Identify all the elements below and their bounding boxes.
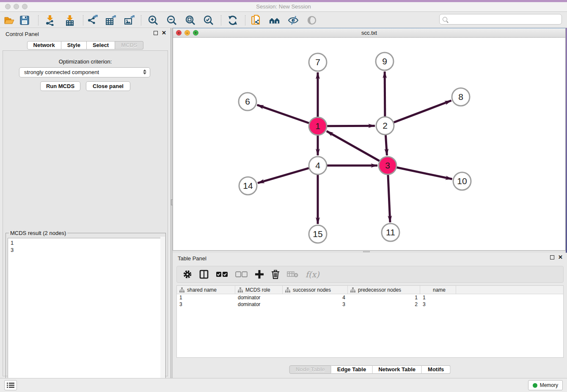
table-row[interactable]: 1 dominator 4 1 1 (177, 294, 563, 301)
select-all-icon[interactable] (216, 271, 228, 278)
import-table-icon[interactable] (64, 14, 76, 26)
bird-eye-icon[interactable] (306, 14, 318, 26)
graph-node-8[interactable]: 8 (452, 88, 470, 106)
mcds-result-text[interactable]: 1 3 (8, 238, 164, 387)
show-hide-icon[interactable] (287, 14, 299, 26)
graph-edge-1-6[interactable] (257, 105, 309, 123)
tab-network[interactable]: Network (27, 41, 61, 50)
search-input[interactable] (439, 14, 562, 25)
tab-network-table[interactable]: Network Table (372, 365, 422, 374)
close-panel-button[interactable]: Close panel (86, 81, 130, 91)
graph-node-9[interactable]: 9 (376, 52, 394, 70)
splitter-grip[interactable] (363, 251, 370, 252)
function-builder-icon[interactable]: f(x) (306, 270, 319, 279)
tab-motifs[interactable]: Motifs (422, 365, 450, 374)
network-close-button[interactable]: × (176, 30, 182, 36)
open-session-icon[interactable] (3, 14, 15, 26)
export-table-icon[interactable] (105, 14, 116, 26)
graph-node-label: 6 (245, 97, 250, 106)
graph-edge-3-1[interactable] (327, 131, 380, 161)
tab-node-table[interactable]: Node Table (289, 365, 331, 374)
import-network-icon[interactable] (44, 14, 56, 26)
float-panel-icon[interactable] (550, 255, 554, 259)
control-panel-tabs: Network Style Select MCDS (27, 41, 144, 50)
graph-node-label: 10 (457, 176, 467, 186)
optimization-criterion-select[interactable]: strongly connected component (19, 67, 150, 77)
close-panel-icon[interactable]: ✕ (162, 31, 166, 35)
delete-column-icon[interactable] (287, 271, 299, 278)
graph-node-6[interactable]: 6 (239, 93, 256, 110)
graph-node-label: 14 (243, 181, 253, 190)
graph-edge-2-3[interactable] (385, 135, 387, 155)
window-zoom-button[interactable] (22, 4, 28, 9)
export-image-icon[interactable] (123, 14, 135, 26)
mcds-result-title: MCDS result (2 nodes) (9, 230, 67, 236)
graph-edge-4-14[interactable] (258, 168, 309, 183)
graph-node-10[interactable]: 10 (453, 172, 471, 190)
mcds-result-scrollbar[interactable] (160, 237, 165, 385)
table-options-gear-icon[interactable] (183, 270, 192, 279)
close-panel-icon[interactable]: ✕ (558, 255, 563, 259)
tab-edge-table[interactable]: Edge Table (331, 365, 372, 374)
window-minimize-button[interactable] (14, 4, 19, 9)
graph-edge-3-10[interactable] (397, 168, 452, 179)
select-stepper-icon (143, 69, 146, 75)
graph-node-11[interactable]: 11 (382, 224, 399, 241)
graph-node-label: 9 (382, 56, 387, 66)
zoom-fit-icon[interactable] (184, 14, 196, 26)
window-close-button[interactable] (5, 4, 11, 9)
table-panel: Table Panel ✕ f(x) shar (173, 253, 567, 378)
graph-node-14[interactable]: 14 (239, 177, 257, 195)
graph-edge-2-8[interactable] (394, 101, 451, 123)
search-field[interactable] (447, 16, 561, 22)
tab-mcds[interactable]: MCDS (115, 41, 143, 50)
graph-node-label: 2 (383, 121, 388, 130)
task-history-button[interactable] (4, 380, 17, 390)
network-minimize-button[interactable]: − (184, 30, 190, 36)
graph-node-15[interactable]: 15 (309, 225, 327, 243)
first-neighbors-icon[interactable] (269, 14, 281, 26)
apply-layout-icon[interactable] (227, 14, 239, 26)
unselect-all-icon[interactable] (235, 271, 248, 278)
zoom-selected-icon[interactable] (203, 14, 215, 26)
graph-edge-3-11[interactable] (388, 175, 390, 222)
network-maximize-button[interactable]: + (193, 30, 198, 36)
memory-button[interactable]: Memory (528, 380, 563, 390)
graph-node-label: 11 (386, 227, 395, 237)
mcds-panel: Optimization criterion: strongly connect… (3, 50, 168, 376)
column-header-name[interactable]: name (420, 286, 456, 294)
column-type-icon (179, 287, 184, 293)
control-panel-title: Control Panel (6, 31, 39, 37)
export-network-icon[interactable] (86, 14, 98, 26)
save-session-icon[interactable] (19, 14, 30, 26)
graph-node-4[interactable]: 4 (309, 157, 327, 174)
control-panel: Control Panel ✕ Network Style Select MCD… (0, 28, 171, 378)
tab-style[interactable]: Style (61, 41, 87, 50)
delete-table-icon[interactable] (271, 270, 280, 279)
network-window-titlebar[interactable]: × − + scc.txt (173, 28, 565, 38)
graph-edge-2-9[interactable] (385, 72, 385, 116)
tab-select[interactable]: Select (87, 41, 115, 50)
graph-edge-1-2[interactable] (327, 126, 375, 126)
run-mcds-button[interactable]: Run MCDS (40, 81, 80, 91)
clone-network-icon[interactable] (250, 14, 262, 26)
column-header-successor-nodes[interactable]: successor nodes (283, 286, 348, 294)
add-column-icon[interactable] (255, 270, 264, 279)
graph-node-3[interactable]: 3 (379, 157, 396, 174)
table-panel-title: Table Panel (178, 255, 206, 262)
table-row[interactable]: 3 dominator 3 2 3 (177, 301, 563, 308)
graph-node-7[interactable]: 7 (309, 53, 327, 71)
float-panel-icon[interactable] (154, 31, 158, 35)
network-canvas[interactable]: 1234678910111415 (173, 38, 565, 250)
column-type-icon (350, 287, 355, 293)
column-visibility-icon[interactable] (199, 269, 209, 279)
graph-node-label: 4 (315, 160, 320, 170)
column-header-mcds-role[interactable]: MCDS role (235, 286, 283, 294)
column-header-predecessor-nodes[interactable]: predecessor nodes (348, 286, 420, 294)
graph-node-1[interactable]: 1 (309, 117, 327, 135)
table-toolbar: f(x) (176, 266, 564, 283)
zoom-in-icon[interactable] (147, 14, 159, 26)
column-header-shared-name[interactable]: shared name (177, 286, 235, 294)
graph-node-2[interactable]: 2 (376, 117, 394, 135)
zoom-out-icon[interactable] (166, 14, 178, 26)
